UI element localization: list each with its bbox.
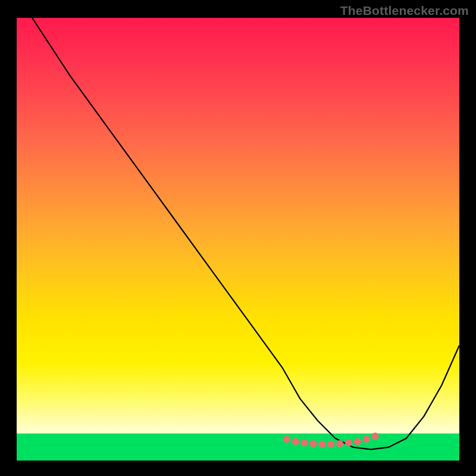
pink-dot [336, 440, 343, 447]
chart-overlay [17, 18, 459, 461]
pink-dot [292, 438, 299, 445]
pink-dot [372, 433, 379, 440]
pink-dot [345, 439, 352, 446]
pink-dot [301, 439, 308, 446]
attribution-text: TheBottlenecker.com [340, 4, 469, 18]
pink-dot [318, 440, 325, 447]
pink-dot [327, 440, 334, 447]
pink-dot [354, 438, 361, 445]
pink-dot [309, 440, 317, 447]
pink-dot [363, 436, 370, 443]
bottleneck-curve [32, 18, 459, 449]
pink-dot [283, 436, 290, 443]
plot-area [17, 18, 459, 461]
